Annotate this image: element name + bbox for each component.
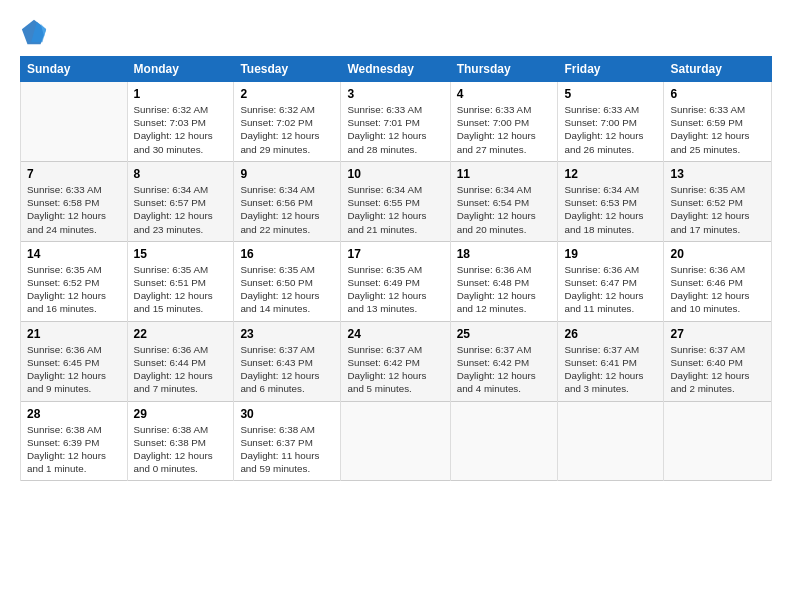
- day-cell: 9Sunrise: 6:34 AM Sunset: 6:56 PM Daylig…: [234, 161, 341, 241]
- col-tuesday: Tuesday: [234, 57, 341, 82]
- day-cell: 19Sunrise: 6:36 AM Sunset: 6:47 PM Dayli…: [558, 241, 664, 321]
- day-cell: 16Sunrise: 6:35 AM Sunset: 6:50 PM Dayli…: [234, 241, 341, 321]
- header-row: Sunday Monday Tuesday Wednesday Thursday…: [21, 57, 772, 82]
- day-info: Sunrise: 6:34 AM Sunset: 6:55 PM Dayligh…: [347, 183, 443, 236]
- day-cell: 13Sunrise: 6:35 AM Sunset: 6:52 PM Dayli…: [664, 161, 772, 241]
- day-cell: 30Sunrise: 6:38 AM Sunset: 6:37 PM Dayli…: [234, 401, 341, 481]
- day-info: Sunrise: 6:33 AM Sunset: 6:58 PM Dayligh…: [27, 183, 121, 236]
- header: [20, 18, 772, 46]
- day-number: 21: [27, 327, 121, 341]
- day-cell: 28Sunrise: 6:38 AM Sunset: 6:39 PM Dayli…: [21, 401, 128, 481]
- day-info: Sunrise: 6:33 AM Sunset: 6:59 PM Dayligh…: [670, 103, 765, 156]
- day-number: 14: [27, 247, 121, 261]
- day-cell: 5Sunrise: 6:33 AM Sunset: 7:00 PM Daylig…: [558, 82, 664, 162]
- day-cell: 6Sunrise: 6:33 AM Sunset: 6:59 PM Daylig…: [664, 82, 772, 162]
- day-info: Sunrise: 6:34 AM Sunset: 6:56 PM Dayligh…: [240, 183, 334, 236]
- day-cell: 1Sunrise: 6:32 AM Sunset: 7:03 PM Daylig…: [127, 82, 234, 162]
- day-number: 26: [564, 327, 657, 341]
- day-cell: 12Sunrise: 6:34 AM Sunset: 6:53 PM Dayli…: [558, 161, 664, 241]
- page: Sunday Monday Tuesday Wednesday Thursday…: [0, 0, 792, 612]
- col-friday: Friday: [558, 57, 664, 82]
- day-cell: [558, 401, 664, 481]
- day-number: 11: [457, 167, 552, 181]
- week-row-4: 21Sunrise: 6:36 AM Sunset: 6:45 PM Dayli…: [21, 321, 772, 401]
- day-cell: [21, 82, 128, 162]
- logo-icon: [20, 18, 48, 46]
- day-number: 28: [27, 407, 121, 421]
- day-cell: 23Sunrise: 6:37 AM Sunset: 6:43 PM Dayli…: [234, 321, 341, 401]
- day-info: Sunrise: 6:34 AM Sunset: 6:53 PM Dayligh…: [564, 183, 657, 236]
- day-number: 3: [347, 87, 443, 101]
- day-number: 30: [240, 407, 334, 421]
- day-cell: 18Sunrise: 6:36 AM Sunset: 6:48 PM Dayli…: [450, 241, 558, 321]
- day-cell: [450, 401, 558, 481]
- day-info: Sunrise: 6:37 AM Sunset: 6:41 PM Dayligh…: [564, 343, 657, 396]
- day-number: 18: [457, 247, 552, 261]
- day-number: 20: [670, 247, 765, 261]
- day-number: 25: [457, 327, 552, 341]
- day-info: Sunrise: 6:36 AM Sunset: 6:46 PM Dayligh…: [670, 263, 765, 316]
- day-cell: 15Sunrise: 6:35 AM Sunset: 6:51 PM Dayli…: [127, 241, 234, 321]
- day-info: Sunrise: 6:36 AM Sunset: 6:44 PM Dayligh…: [134, 343, 228, 396]
- day-cell: 10Sunrise: 6:34 AM Sunset: 6:55 PM Dayli…: [341, 161, 450, 241]
- day-cell: 11Sunrise: 6:34 AM Sunset: 6:54 PM Dayli…: [450, 161, 558, 241]
- day-cell: 25Sunrise: 6:37 AM Sunset: 6:42 PM Dayli…: [450, 321, 558, 401]
- day-info: Sunrise: 6:35 AM Sunset: 6:50 PM Dayligh…: [240, 263, 334, 316]
- day-number: 16: [240, 247, 334, 261]
- day-number: 7: [27, 167, 121, 181]
- week-row-1: 1Sunrise: 6:32 AM Sunset: 7:03 PM Daylig…: [21, 82, 772, 162]
- day-info: Sunrise: 6:38 AM Sunset: 6:37 PM Dayligh…: [240, 423, 334, 476]
- day-info: Sunrise: 6:38 AM Sunset: 6:39 PM Dayligh…: [27, 423, 121, 476]
- day-info: Sunrise: 6:37 AM Sunset: 6:43 PM Dayligh…: [240, 343, 334, 396]
- day-cell: 7Sunrise: 6:33 AM Sunset: 6:58 PM Daylig…: [21, 161, 128, 241]
- day-number: 17: [347, 247, 443, 261]
- day-cell: 20Sunrise: 6:36 AM Sunset: 6:46 PM Dayli…: [664, 241, 772, 321]
- day-info: Sunrise: 6:35 AM Sunset: 6:52 PM Dayligh…: [670, 183, 765, 236]
- day-number: 6: [670, 87, 765, 101]
- day-info: Sunrise: 6:33 AM Sunset: 7:00 PM Dayligh…: [564, 103, 657, 156]
- day-number: 24: [347, 327, 443, 341]
- day-info: Sunrise: 6:35 AM Sunset: 6:52 PM Dayligh…: [27, 263, 121, 316]
- day-info: Sunrise: 6:35 AM Sunset: 6:51 PM Dayligh…: [134, 263, 228, 316]
- day-number: 29: [134, 407, 228, 421]
- day-cell: 29Sunrise: 6:38 AM Sunset: 6:38 PM Dayli…: [127, 401, 234, 481]
- day-number: 8: [134, 167, 228, 181]
- day-cell: [664, 401, 772, 481]
- day-number: 23: [240, 327, 334, 341]
- day-info: Sunrise: 6:33 AM Sunset: 7:01 PM Dayligh…: [347, 103, 443, 156]
- day-cell: 17Sunrise: 6:35 AM Sunset: 6:49 PM Dayli…: [341, 241, 450, 321]
- day-cell: 4Sunrise: 6:33 AM Sunset: 7:00 PM Daylig…: [450, 82, 558, 162]
- col-wednesday: Wednesday: [341, 57, 450, 82]
- day-number: 27: [670, 327, 765, 341]
- day-number: 4: [457, 87, 552, 101]
- col-sunday: Sunday: [21, 57, 128, 82]
- day-info: Sunrise: 6:37 AM Sunset: 6:42 PM Dayligh…: [347, 343, 443, 396]
- day-info: Sunrise: 6:36 AM Sunset: 6:48 PM Dayligh…: [457, 263, 552, 316]
- calendar-header: Sunday Monday Tuesday Wednesday Thursday…: [21, 57, 772, 82]
- calendar-body: 1Sunrise: 6:32 AM Sunset: 7:03 PM Daylig…: [21, 82, 772, 481]
- day-number: 1: [134, 87, 228, 101]
- day-info: Sunrise: 6:36 AM Sunset: 6:45 PM Dayligh…: [27, 343, 121, 396]
- day-cell: 2Sunrise: 6:32 AM Sunset: 7:02 PM Daylig…: [234, 82, 341, 162]
- day-number: 9: [240, 167, 334, 181]
- day-number: 10: [347, 167, 443, 181]
- week-row-5: 28Sunrise: 6:38 AM Sunset: 6:39 PM Dayli…: [21, 401, 772, 481]
- day-number: 22: [134, 327, 228, 341]
- week-row-2: 7Sunrise: 6:33 AM Sunset: 6:58 PM Daylig…: [21, 161, 772, 241]
- day-number: 5: [564, 87, 657, 101]
- day-info: Sunrise: 6:32 AM Sunset: 7:02 PM Dayligh…: [240, 103, 334, 156]
- day-cell: 27Sunrise: 6:37 AM Sunset: 6:40 PM Dayli…: [664, 321, 772, 401]
- week-row-3: 14Sunrise: 6:35 AM Sunset: 6:52 PM Dayli…: [21, 241, 772, 321]
- day-number: 15: [134, 247, 228, 261]
- col-saturday: Saturday: [664, 57, 772, 82]
- col-thursday: Thursday: [450, 57, 558, 82]
- calendar-table: Sunday Monday Tuesday Wednesday Thursday…: [20, 56, 772, 481]
- day-cell: 3Sunrise: 6:33 AM Sunset: 7:01 PM Daylig…: [341, 82, 450, 162]
- day-info: Sunrise: 6:37 AM Sunset: 6:42 PM Dayligh…: [457, 343, 552, 396]
- day-info: Sunrise: 6:35 AM Sunset: 6:49 PM Dayligh…: [347, 263, 443, 316]
- day-number: 12: [564, 167, 657, 181]
- day-cell: 8Sunrise: 6:34 AM Sunset: 6:57 PM Daylig…: [127, 161, 234, 241]
- day-number: 2: [240, 87, 334, 101]
- col-monday: Monday: [127, 57, 234, 82]
- day-info: Sunrise: 6:37 AM Sunset: 6:40 PM Dayligh…: [670, 343, 765, 396]
